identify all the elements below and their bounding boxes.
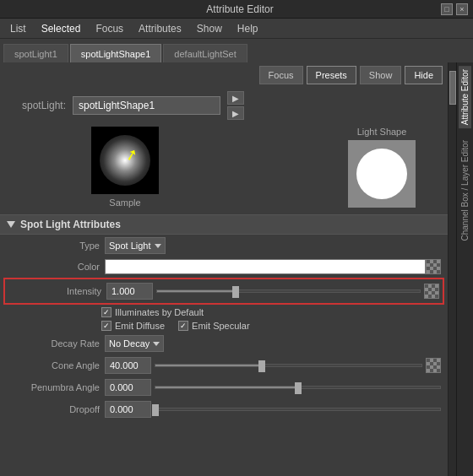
type-value: Spot Light (109, 241, 151, 251)
light-name-input[interactable] (73, 96, 220, 115)
color-checker-btn[interactable] (426, 259, 441, 274)
section-title-spotlight: Spot Light Attributes (20, 219, 121, 230)
decay-rate-label: Decay Rate (7, 338, 100, 349)
side-label-attribute-editor[interactable]: Attribute Editor (459, 66, 471, 128)
scrollbar-thumb[interactable] (449, 71, 456, 105)
dropoff-value[interactable]: 0.000 (105, 401, 151, 418)
focus-button[interactable]: Focus (259, 66, 303, 84)
sample-glow (100, 135, 150, 186)
color-row: Color (0, 257, 448, 277)
tab-bar: spotLight1 spotLightShape1 defaultLightS… (0, 39, 473, 62)
type-dropdown-arrow (155, 244, 161, 248)
type-label: Type (7, 241, 100, 251)
illuminates-row: ✓ Illuminates by Default (0, 306, 448, 319)
menu-focus[interactable]: Focus (89, 21, 130, 36)
preview-row: ➚ Sample Light Shape (0, 123, 448, 214)
sample-label: Sample (109, 197, 140, 208)
intensity-row: Intensity 1.000 (8, 281, 439, 301)
show-button[interactable]: Show (360, 66, 402, 84)
dropoff-slider-thumb[interactable] (152, 404, 159, 416)
penumbra-slider-fill (155, 387, 298, 388)
emit-diffuse-checkbox[interactable]: ✓ (101, 321, 111, 331)
dropoff-label: Dropoff (7, 404, 100, 414)
action-bar: Focus Presets Show Hide (0, 62, 448, 88)
emit-diffuse-item[interactable]: ✓ Emit Diffuse (101, 321, 165, 331)
color-swatch[interactable] (105, 259, 426, 274)
penumbra-slider-thumb[interactable] (295, 382, 302, 394)
title-bar: Attribute Editor □ × (0, 0, 473, 19)
tab-spotlightshape1[interactable]: spotLightShape1 (70, 44, 162, 62)
illuminates-label: Illuminates by Default (115, 307, 204, 317)
light-name-label: spotLight: (7, 100, 66, 111)
lightshape-label: Light Shape (357, 127, 407, 137)
attributes-section: Spot Light Attributes Type Spot Light Co… (0, 214, 448, 476)
type-dropdown[interactable]: Spot Light (105, 237, 166, 254)
cone-angle-slider-thumb[interactable] (258, 360, 265, 372)
penumbra-angle-row: Penumbra Angle 0.000 (0, 376, 448, 398)
color-swatch-row (105, 259, 441, 274)
cone-angle-slider-track[interactable] (155, 364, 422, 367)
sample-preview-item: Sample (91, 127, 159, 208)
hide-button[interactable]: Hide (405, 66, 443, 84)
emit-specular-item[interactable]: ✓ Emit Specular (178, 321, 249, 331)
lightshape-preview-item: Light Shape (348, 127, 416, 208)
tab-defaultlightset[interactable]: defaultLightSet (163, 44, 247, 62)
section-collapse-triangle[interactable] (7, 221, 15, 228)
dropoff-row: Dropoff 0.000 (0, 398, 448, 420)
section-header-spotlight: Spot Light Attributes (0, 214, 448, 235)
icon-add-button[interactable]: ▶ (227, 91, 244, 105)
decay-rate-dropdown[interactable]: No Decay (105, 335, 164, 352)
presets-button[interactable]: Presets (307, 66, 356, 84)
menu-list[interactable]: List (3, 21, 33, 36)
color-label: Color (7, 262, 100, 272)
lightshape-preview (348, 140, 416, 208)
cone-angle-label: Cone Angle (7, 360, 100, 371)
illuminates-checkbox[interactable]: ✓ (101, 307, 111, 317)
menu-show[interactable]: Show (190, 21, 229, 36)
decay-rate-arrow (153, 342, 160, 346)
intensity-label: Intensity (8, 286, 101, 296)
side-panel: Attribute Editor Channel Box / Layer Edi… (456, 62, 473, 476)
intensity-slider-container: 1.000 (106, 283, 439, 300)
sample-preview (91, 127, 159, 194)
light-name-icons: ▶ ▶ (227, 91, 244, 120)
menu-selected[interactable]: Selected (35, 21, 88, 36)
illuminates-checkbox-item[interactable]: ✓ Illuminates by Default (101, 307, 204, 317)
decay-rate-value: No Decay (109, 338, 150, 349)
dropoff-slider-track[interactable] (155, 408, 441, 411)
cone-angle-checker-btn[interactable] (426, 358, 441, 373)
side-label-channel-box[interactable]: Channel Box / Layer Editor (459, 137, 471, 245)
menu-bar: List Selected Focus Attributes Show Help (0, 19, 473, 39)
title-bar-buttons: □ × (441, 3, 468, 15)
penumbra-angle-value[interactable]: 0.000 (105, 379, 151, 396)
dropoff-slider-container: 0.000 (105, 401, 441, 418)
decay-rate-row: Decay Rate No Decay (0, 333, 448, 354)
intensity-highlighted-row: Intensity 1.000 (3, 278, 444, 305)
maximize-button[interactable]: □ (441, 3, 453, 15)
tab-spotlight1[interactable]: spotLight1 (3, 44, 68, 62)
intensity-slider-fill (157, 290, 236, 292)
emit-specular-label: Emit Specular (192, 321, 249, 331)
penumbra-slider-track[interactable] (155, 386, 441, 389)
menu-help[interactable]: Help (231, 21, 265, 36)
scrollbar-track (448, 62, 456, 476)
menu-attributes[interactable]: Attributes (132, 21, 188, 36)
close-button[interactable]: × (456, 3, 468, 15)
lightshape-circle (356, 149, 407, 199)
intensity-slider-thumb[interactable] (232, 286, 239, 298)
light-name-row: spotLight: ▶ ▶ (0, 88, 448, 123)
emit-specular-checkbox[interactable]: ✓ (178, 321, 188, 331)
emit-row: ✓ Emit Diffuse ✓ Emit Specular (0, 319, 448, 333)
main-content: Focus Presets Show Hide spotLight: ▶ ▶ ➚… (0, 62, 473, 476)
intensity-value[interactable]: 1.000 (106, 283, 153, 300)
cone-angle-row: Cone Angle 40.000 (0, 354, 448, 376)
intensity-slider-track[interactable] (156, 289, 421, 293)
icon-remove-button[interactable]: ▶ (227, 106, 244, 120)
cone-angle-slider-container: 40.000 (105, 357, 441, 374)
cone-angle-value[interactable]: 40.000 (105, 357, 151, 374)
penumbra-angle-label: Penumbra Angle (7, 382, 100, 392)
cone-angle-slider-fill (155, 365, 262, 366)
intensity-checker-btn[interactable] (424, 284, 439, 299)
emit-diffuse-label: Emit Diffuse (115, 321, 165, 331)
editor-panel: Focus Presets Show Hide spotLight: ▶ ▶ ➚… (0, 62, 448, 476)
